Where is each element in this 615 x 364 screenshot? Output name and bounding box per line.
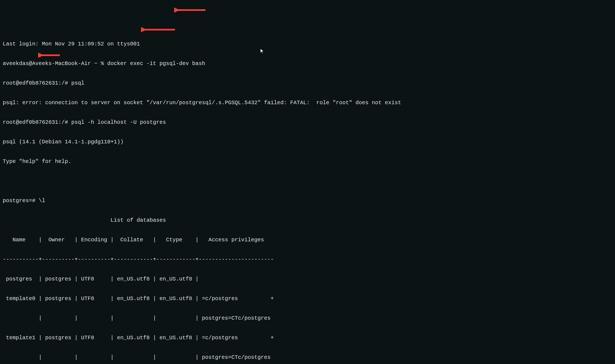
table-header: Name | Owner | Encoding | Collate | Ctyp… (3, 237, 612, 243)
mouse-cursor-icon (260, 48, 265, 54)
root-prompt-psql-host: root@edf0b8762631:/# psql -h localhost -… (3, 119, 612, 126)
table-row: | | | | | postgres=CTc/postgres (3, 315, 612, 322)
psql-help-line: Type "help" for help. (3, 158, 612, 165)
annotation-arrow-icon (174, 6, 207, 14)
terminal-window[interactable]: Last login: Mon Nov 29 11:09:52 on ttys0… (3, 28, 612, 364)
table-row: postgres | postgres | UTF8 | en_US.utf8 … (3, 276, 612, 282)
table-title: List of databases (3, 217, 612, 224)
psql-error-line: psql: error: connection to server on soc… (3, 100, 612, 106)
table-separator: -----------+----------+----------+------… (3, 256, 612, 263)
table-row: template0 | postgres | UTF8 | en_US.utf8… (3, 295, 612, 302)
psql-version-line: psql (14.1 (Debian 14.1-1.pgdg110+1)) (3, 139, 612, 145)
table-row: | | | | | postgres=CTc/postgres (3, 354, 612, 361)
shell-prompt-line: aveekdas@Aveeks-MacBook-Air ~ % docker e… (3, 60, 612, 67)
blank-line (3, 178, 612, 184)
psql-prompt-list: postgres=# \l (3, 198, 612, 204)
table-row: template1 | postgres | UTF8 | en_US.utf8… (3, 335, 612, 341)
root-prompt-psql: root@edf0b8762631:/# psql (3, 80, 612, 87)
login-info-line: Last login: Mon Nov 29 11:09:52 on ttys0… (3, 41, 612, 47)
